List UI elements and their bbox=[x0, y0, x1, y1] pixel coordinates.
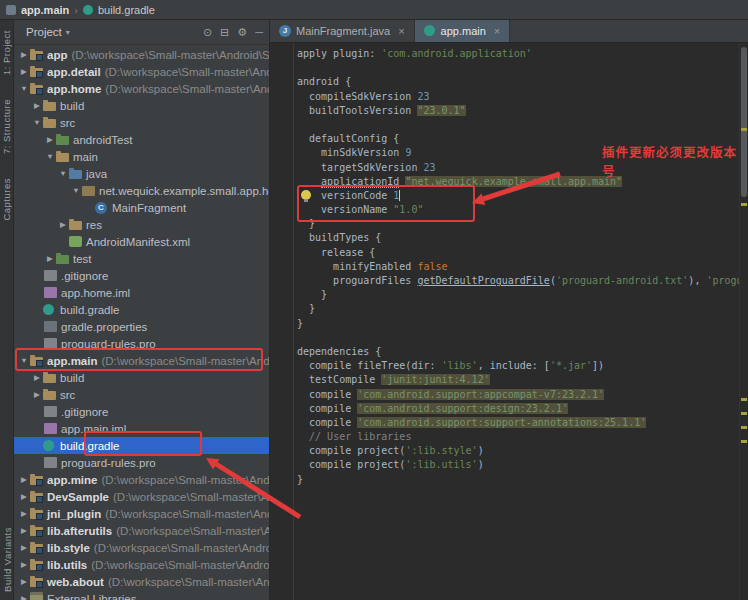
code-line[interactable]: } bbox=[297, 317, 739, 331]
settings-icon[interactable]: ⚙ bbox=[237, 27, 247, 38]
tree-item-build-gradle[interactable]: build.gradle bbox=[14, 437, 269, 454]
tree-item-gradle-properties[interactable]: gradle.properties bbox=[14, 318, 269, 335]
code-line[interactable]: minifyEnabled false bbox=[297, 260, 739, 274]
tree-item-lib-utils[interactable]: ▶lib.utils(D:\workspace\Small-master\And… bbox=[14, 556, 269, 573]
tree-item-gitignore[interactable]: .gitignore bbox=[14, 403, 269, 420]
tree-item-src[interactable]: ▶src bbox=[14, 386, 269, 403]
chevron-down-icon[interactable]: ▾ bbox=[66, 28, 70, 37]
code-line[interactable]: android { bbox=[297, 75, 739, 89]
code-area[interactable]: apply plugin: 'com.android.application'a… bbox=[297, 43, 739, 600]
collapse-all-icon[interactable]: ⊟ bbox=[220, 27, 229, 38]
expanded-arrow-icon[interactable]: ▼ bbox=[18, 84, 30, 93]
tool-button-captures[interactable]: Captures bbox=[1, 178, 12, 221]
collapsed-arrow-icon[interactable]: ▶ bbox=[31, 390, 43, 399]
tab-app-main[interactable]: app.main× bbox=[415, 20, 511, 42]
tree-item-jni-plugin[interactable]: ▶jni_plugin(D:\workspace\Small-master\An… bbox=[14, 505, 269, 522]
breadcrumb-module[interactable]: app.main bbox=[21, 4, 69, 16]
collapsed-arrow-icon[interactable]: ▶ bbox=[18, 560, 30, 569]
tree-item-androidtest[interactable]: ▶androidTest bbox=[14, 131, 269, 148]
code-line[interactable] bbox=[297, 331, 739, 345]
tree-item-external-libraries[interactable]: ▶External Libraries bbox=[14, 590, 269, 600]
expanded-arrow-icon[interactable]: ▼ bbox=[18, 356, 30, 365]
tree-item-main[interactable]: ▼main bbox=[14, 148, 269, 165]
code-line[interactable]: compile project(':lib.utils') bbox=[297, 458, 739, 472]
tree-item-net-wequick-example-small-app-ho[interactable]: ▼net.wequick.example.small.app.ho bbox=[14, 182, 269, 199]
breadcrumb-file[interactable]: build.gradle bbox=[98, 4, 155, 16]
code-line[interactable]: compile fileTree(dir: 'libs', include: [… bbox=[297, 359, 739, 373]
tree-item-app[interactable]: ▶app(D:\workspace\Small-master\Android\S… bbox=[14, 46, 269, 63]
project-panel-title[interactable]: Project bbox=[26, 26, 62, 38]
tree-item-app-home-iml[interactable]: app.home.iml bbox=[14, 284, 269, 301]
collapsed-arrow-icon[interactable]: ▶ bbox=[18, 594, 30, 600]
tree-item-build[interactable]: ▶build bbox=[14, 369, 269, 386]
collapsed-arrow-icon[interactable]: ▶ bbox=[18, 50, 30, 59]
collapsed-arrow-icon[interactable]: ▶ bbox=[18, 509, 30, 518]
tree-item-test[interactable]: ▶test bbox=[14, 250, 269, 267]
code-line[interactable]: } bbox=[297, 217, 739, 231]
collapsed-arrow-icon[interactable]: ▶ bbox=[44, 254, 56, 263]
tree-item-web-about[interactable]: ▶web.about(D:\workspace\Small-master\And… bbox=[14, 573, 269, 590]
code-line[interactable]: buildTypes { bbox=[297, 231, 739, 245]
locate-icon[interactable]: ⊙ bbox=[203, 27, 212, 38]
code-line[interactable]: buildToolsVersion "23.0.1" bbox=[297, 104, 739, 118]
close-tab-icon[interactable]: × bbox=[494, 25, 500, 37]
collapsed-arrow-icon[interactable]: ▶ bbox=[18, 492, 30, 501]
tree-item-app-home[interactable]: ▼app.home(D:\workspace\Small-master\Andr bbox=[14, 80, 269, 97]
code-line[interactable]: proguardFiles getDefaultProguardFile('pr… bbox=[297, 274, 739, 288]
tree-item-gitignore[interactable]: .gitignore bbox=[14, 267, 269, 284]
tab-mainfragment-java[interactable]: MainFragment.java× bbox=[270, 20, 415, 42]
tree-item-build[interactable]: ▶build bbox=[14, 97, 269, 114]
tree-item-proguard-rules-pro[interactable]: proguard-rules.pro bbox=[14, 335, 269, 352]
code-line[interactable]: release { bbox=[297, 246, 739, 260]
tree-item-build-gradle[interactable]: build.gradle bbox=[14, 301, 269, 318]
code-line[interactable]: testCompile 'junit:junit:4.12' bbox=[297, 373, 739, 387]
code-line[interactable]: } bbox=[297, 288, 739, 302]
code-line[interactable]: compile 'com.android.support:support-ann… bbox=[297, 416, 739, 430]
code-line[interactable]: versionName "1.0" bbox=[297, 203, 739, 217]
tree-item-src[interactable]: ▼src bbox=[14, 114, 269, 131]
tree-item-proguard-rules-pro[interactable]: proguard-rules.pro bbox=[14, 454, 269, 471]
tree-item-java[interactable]: ▼java bbox=[14, 165, 269, 182]
tree-item-app-main[interactable]: ▼app.main(D:\workspace\Small-master\Andr bbox=[14, 352, 269, 369]
expanded-arrow-icon[interactable]: ▼ bbox=[31, 118, 43, 127]
collapsed-arrow-icon[interactable]: ▶ bbox=[18, 526, 30, 535]
collapsed-arrow-icon[interactable]: ▶ bbox=[18, 543, 30, 552]
tool-button-build-variants[interactable]: Build Variants bbox=[2, 527, 13, 592]
tree-item-app-detail[interactable]: ▶app.detail(D:\workspace\Small-master\An… bbox=[14, 63, 269, 80]
code-line[interactable]: compile 'com.android.support:design:23.2… bbox=[297, 402, 739, 416]
expanded-arrow-icon[interactable]: ▼ bbox=[57, 169, 69, 178]
collapsed-arrow-icon[interactable]: ▶ bbox=[57, 220, 69, 229]
tool-button-7-structure[interactable]: 7: Structure bbox=[1, 99, 12, 154]
collapsed-arrow-icon[interactable]: ▶ bbox=[31, 373, 43, 382]
intention-bulb-icon[interactable] bbox=[301, 190, 311, 200]
code-line[interactable]: compileSdkVersion 23 bbox=[297, 90, 739, 104]
code-line[interactable]: versionCode 1 bbox=[297, 189, 739, 203]
code-line[interactable] bbox=[297, 61, 739, 75]
tree-item-lib-afterutils[interactable]: ▶lib.afterutils(D:\workspace\Small-maste… bbox=[14, 522, 269, 539]
tool-button-1-project[interactable]: 1: Project bbox=[1, 30, 12, 75]
close-tab-icon[interactable]: × bbox=[398, 25, 404, 37]
collapsed-arrow-icon[interactable]: ▶ bbox=[18, 577, 30, 586]
code-line[interactable]: } bbox=[297, 473, 739, 487]
tree-item-androidmanifest-xml[interactable]: AndroidManifest.xml bbox=[14, 233, 269, 250]
code-line[interactable]: // User libraries bbox=[297, 430, 739, 444]
code-line[interactable]: compile project(':lib.style') bbox=[297, 444, 739, 458]
code-line[interactable] bbox=[297, 118, 739, 132]
collapsed-arrow-icon[interactable]: ▶ bbox=[18, 67, 30, 76]
code-line[interactable]: dependencies { bbox=[297, 345, 739, 359]
tree-item-app-main-iml[interactable]: app.main.iml bbox=[14, 420, 269, 437]
tree-item-res[interactable]: ▶res bbox=[14, 216, 269, 233]
code-line[interactable]: apply plugin: 'com.android.application' bbox=[297, 47, 739, 61]
expanded-arrow-icon[interactable]: ▼ bbox=[70, 186, 82, 195]
editor-scrollbar[interactable] bbox=[739, 43, 748, 600]
tree-item-lib-style[interactable]: ▶lib.style(D:\workspace\Small-master\And… bbox=[14, 539, 269, 556]
hide-icon[interactable]: ─ bbox=[255, 27, 263, 38]
code-line[interactable]: compile 'com.android.support:appcompat-v… bbox=[297, 388, 739, 402]
collapsed-arrow-icon[interactable]: ▶ bbox=[31, 101, 43, 110]
collapsed-arrow-icon[interactable]: ▶ bbox=[18, 475, 30, 484]
tree-item-mainfragment[interactable]: MainFragment bbox=[14, 199, 269, 216]
collapsed-arrow-icon[interactable]: ▶ bbox=[44, 135, 56, 144]
code-line[interactable]: } bbox=[297, 302, 739, 316]
tree-item-devsample[interactable]: ▶DevSample(D:\workspace\Small-master\And bbox=[14, 488, 269, 505]
expanded-arrow-icon[interactable]: ▼ bbox=[44, 152, 56, 161]
